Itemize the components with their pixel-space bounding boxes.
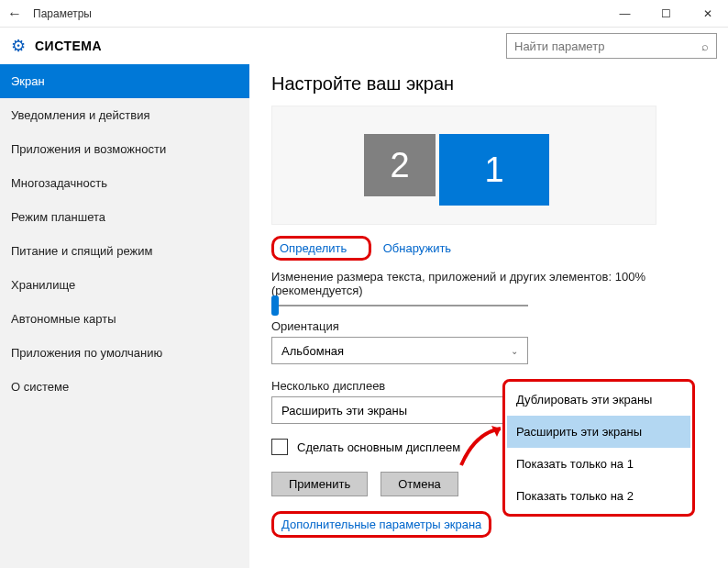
advanced-display-link[interactable]: Дополнительные параметры экрана (281, 518, 481, 531)
search-input[interactable] (514, 39, 701, 53)
sidebar-item-notifications[interactable]: Уведомления и действия (0, 98, 249, 132)
minimize-button[interactable]: — (604, 0, 645, 28)
highlight-identify: Определить (271, 236, 371, 261)
monitor-1[interactable]: 1 (439, 134, 549, 206)
identify-link[interactable]: Определить (280, 241, 347, 255)
make-main-label: Сделать основным дисплеем (297, 440, 460, 454)
section-title: СИСТЕМА (35, 39, 102, 53)
chevron-down-icon: ⌄ (511, 346, 518, 356)
orientation-select[interactable]: Альбомная ⌄ (271, 337, 528, 364)
gear-icon: ⚙ (11, 36, 26, 56)
close-button[interactable]: ✕ (687, 0, 728, 28)
header: ⚙ СИСТЕМА ⌕ (0, 28, 728, 64)
highlight-advanced: Дополнительные параметры экрана (271, 511, 491, 538)
sidebar-item-multitasking[interactable]: Многозадачность (0, 166, 249, 200)
slider-thumb[interactable] (271, 295, 279, 316)
scale-label: Изменение размера текста, приложений и д… (271, 270, 706, 297)
sidebar-item-display[interactable]: Экран (0, 64, 249, 98)
window-buttons: — ☐ ✕ (604, 0, 728, 28)
search-icon: ⌕ (701, 39, 709, 53)
dropdown-option-duplicate[interactable]: Дублировать эти экраны (507, 384, 690, 416)
dropdown-option-only1[interactable]: Показать только на 1 (507, 448, 690, 480)
titlebar: ← Параметры — ☐ ✕ (0, 0, 728, 28)
detect-link[interactable]: Обнаружить (383, 241, 451, 255)
sidebar-item-tablet-mode[interactable]: Режим планшета (0, 200, 249, 234)
sidebar-item-power-sleep[interactable]: Питание и спящий режим (0, 234, 249, 268)
scale-slider[interactable] (271, 305, 528, 306)
sidebar-item-offline-maps[interactable]: Автономные карты (0, 302, 249, 336)
maximize-button[interactable]: ☐ (645, 0, 687, 28)
cancel-button[interactable]: Отмена (381, 472, 458, 496)
apply-button[interactable]: Применить (271, 472, 368, 496)
sidebar-item-apps-features[interactable]: Приложения и возможности (0, 132, 249, 166)
multidisplay-select[interactable]: Расширить эти экраны ⌄ (271, 396, 528, 424)
monitor-2[interactable]: 2 (364, 134, 436, 196)
page-title: Настройте ваш экран (271, 73, 706, 95)
slider-track (271, 305, 528, 306)
window-title: Параметры (29, 7, 92, 20)
display-link-row: Определить Обнаружить (271, 236, 706, 261)
monitor-layout[interactable]: 2 1 (271, 106, 656, 225)
sidebar-item-about[interactable]: О системе (0, 370, 249, 404)
orientation-value: Альбомная (281, 344, 344, 358)
dropdown-option-extend[interactable]: Расширить эти экраны (507, 416, 690, 448)
multidisplay-dropdown: Дублировать эти экраны Расширить эти экр… (502, 379, 695, 517)
dropdown-option-only2[interactable]: Показать только на 2 (507, 480, 690, 512)
sidebar-item-storage[interactable]: Хранилище (0, 268, 249, 302)
make-main-checkbox[interactable] (271, 439, 288, 455)
sidebar-item-default-apps[interactable]: Приложения по умолчанию (0, 336, 249, 370)
search-box[interactable]: ⌕ (506, 33, 717, 59)
back-button[interactable]: ← (0, 6, 29, 22)
orientation-label: Ориентация (271, 319, 706, 333)
sidebar: Экран Уведомления и действия Приложения … (0, 64, 249, 568)
multidisplay-value: Расширить эти экраны (281, 404, 407, 418)
